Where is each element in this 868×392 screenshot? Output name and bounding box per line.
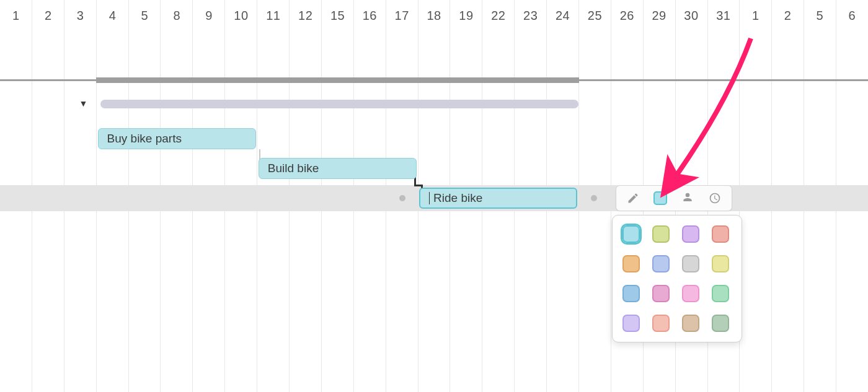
color-chip[interactable] bbox=[712, 225, 729, 243]
color-chip[interactable] bbox=[682, 225, 699, 243]
day-header-cell: 31 bbox=[707, 0, 740, 30]
day-header-cell: 6 bbox=[836, 0, 868, 30]
task-label: Build bike bbox=[268, 162, 319, 175]
day-header-cell: 5 bbox=[804, 0, 836, 30]
day-header-cell: 3 bbox=[64, 0, 97, 30]
day-header-cell: 12 bbox=[290, 0, 322, 30]
task-bar[interactable]: Build bike bbox=[259, 158, 417, 179]
color-chip[interactable] bbox=[712, 285, 729, 302]
color-chip[interactable] bbox=[622, 315, 640, 332]
schedule-button[interactable] bbox=[702, 188, 728, 208]
day-header-cell: 25 bbox=[578, 0, 611, 30]
day-header-cell: 24 bbox=[547, 0, 579, 30]
color-chip[interactable] bbox=[652, 315, 670, 332]
task-bar[interactable]: Buy bike parts bbox=[98, 128, 256, 149]
day-header-cell: 29 bbox=[643, 0, 675, 30]
day-header-cell: 2 bbox=[772, 0, 804, 30]
user-icon bbox=[681, 192, 694, 204]
day-header-cell: 8 bbox=[161, 0, 193, 30]
day-header-cell: 30 bbox=[675, 0, 707, 30]
timeline-header: 1234589101112151617181922232425262930311… bbox=[0, 0, 868, 30]
day-header-cell: 26 bbox=[611, 0, 643, 30]
day-header-cell: 22 bbox=[482, 0, 515, 30]
gantt-chart: 1234589101112151617181922232425262930311… bbox=[0, 0, 868, 392]
color-chip[interactable] bbox=[682, 285, 699, 302]
color-chip[interactable] bbox=[652, 255, 670, 272]
day-header-cell: 17 bbox=[386, 0, 418, 30]
color-chip[interactable] bbox=[622, 255, 640, 272]
clock-icon bbox=[709, 192, 721, 204]
color-chip[interactable] bbox=[682, 255, 699, 272]
color-chip[interactable] bbox=[622, 285, 640, 302]
day-header-cell: 9 bbox=[193, 0, 225, 30]
color-chip[interactable] bbox=[652, 285, 670, 302]
day-header-cell: 1 bbox=[0, 0, 32, 30]
day-header-cell: 16 bbox=[353, 0, 386, 30]
color-picker-popover bbox=[612, 215, 742, 342]
pencil-icon bbox=[627, 192, 639, 204]
color-chip[interactable] bbox=[712, 315, 729, 332]
day-header-cell: 10 bbox=[225, 0, 257, 30]
day-header-cell: 19 bbox=[450, 0, 482, 30]
task-drag-handle-left[interactable] bbox=[399, 195, 405, 201]
day-header-cell: 11 bbox=[257, 0, 290, 30]
day-header-cell: 23 bbox=[515, 0, 547, 30]
edit-button[interactable] bbox=[620, 188, 646, 208]
color-chip[interactable] bbox=[622, 225, 640, 243]
day-header-cell: 15 bbox=[322, 0, 354, 30]
task-label: Buy bike parts bbox=[107, 132, 182, 146]
summary-bar[interactable] bbox=[100, 100, 579, 108]
task-toolbar bbox=[616, 185, 732, 211]
timeline-progress bbox=[96, 77, 580, 83]
color-chip[interactable] bbox=[712, 255, 729, 272]
task-bar-selected[interactable]: Ride bike bbox=[419, 188, 577, 209]
color-chip[interactable] bbox=[682, 315, 699, 332]
task-label: Ride bike bbox=[433, 191, 482, 205]
day-header-cell: 4 bbox=[97, 0, 129, 30]
day-header-cell: 5 bbox=[128, 0, 161, 30]
day-header-cell: 2 bbox=[32, 0, 64, 30]
assign-button[interactable] bbox=[675, 188, 701, 208]
day-header-cell: 1 bbox=[740, 0, 772, 30]
color-chip[interactable] bbox=[652, 225, 670, 243]
color-button[interactable] bbox=[647, 188, 673, 208]
day-header-cell: 18 bbox=[418, 0, 450, 30]
color-swatch-icon bbox=[653, 191, 667, 205]
text-cursor-icon bbox=[429, 192, 430, 204]
collapse-caret-icon[interactable]: ▼ bbox=[79, 98, 88, 108]
